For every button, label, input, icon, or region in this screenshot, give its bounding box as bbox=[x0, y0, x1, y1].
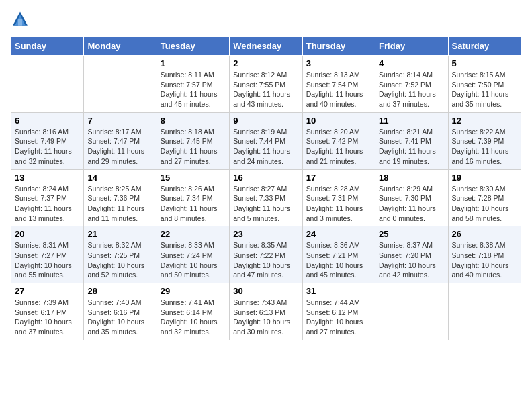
day-info: Sunrise: 7:40 AM Sunset: 6:16 PM Dayligh… bbox=[87, 298, 152, 337]
day-number: 18 bbox=[379, 173, 444, 183]
calendar-cell: 9Sunrise: 8:19 AM Sunset: 7:44 PM Daylig… bbox=[230, 112, 302, 169]
calendar-cell: 18Sunrise: 8:29 AM Sunset: 7:30 PM Dayli… bbox=[375, 169, 448, 226]
weekday-header-row: SundayMondayTuesdayWednesdayThursdayFrid… bbox=[11, 37, 521, 56]
calendar-cell: 17Sunrise: 8:28 AM Sunset: 7:31 PM Dayli… bbox=[302, 169, 375, 226]
day-info: Sunrise: 8:11 AM Sunset: 7:57 PM Dayligh… bbox=[161, 70, 226, 109]
day-number: 15 bbox=[161, 173, 226, 183]
day-info: Sunrise: 8:29 AM Sunset: 7:30 PM Dayligh… bbox=[379, 184, 444, 224]
day-info: Sunrise: 8:20 AM Sunset: 7:42 PM Dayligh… bbox=[306, 127, 371, 167]
day-number: 27 bbox=[15, 286, 80, 296]
day-info: Sunrise: 7:39 AM Sunset: 6:17 PM Dayligh… bbox=[15, 298, 80, 337]
calendar-cell: 23Sunrise: 8:35 AM Sunset: 7:22 PM Dayli… bbox=[230, 226, 302, 283]
weekday-header-wednesday: Wednesday bbox=[230, 37, 302, 56]
calendar-cell: 10Sunrise: 8:20 AM Sunset: 7:42 PM Dayli… bbox=[302, 112, 375, 169]
day-number: 6 bbox=[15, 116, 80, 126]
day-info: Sunrise: 7:44 AM Sunset: 6:12 PM Dayligh… bbox=[306, 298, 371, 337]
day-number: 9 bbox=[233, 116, 298, 126]
day-info: Sunrise: 8:12 AM Sunset: 7:55 PM Dayligh… bbox=[233, 70, 298, 109]
calendar-cell: 22Sunrise: 8:33 AM Sunset: 7:24 PM Dayli… bbox=[157, 226, 229, 283]
calendar-cell: 25Sunrise: 8:37 AM Sunset: 7:20 PM Dayli… bbox=[375, 226, 448, 283]
day-number: 13 bbox=[15, 173, 80, 183]
day-number: 12 bbox=[452, 116, 517, 126]
calendar-week-4: 20Sunrise: 8:31 AM Sunset: 7:27 PM Dayli… bbox=[11, 226, 521, 283]
calendar-cell bbox=[84, 56, 157, 113]
day-info: Sunrise: 8:33 AM Sunset: 7:24 PM Dayligh… bbox=[161, 240, 226, 280]
calendar-week-1: 1Sunrise: 8:11 AM Sunset: 7:57 PM Daylig… bbox=[11, 56, 521, 113]
calendar-cell: 3Sunrise: 8:13 AM Sunset: 7:54 PM Daylig… bbox=[302, 56, 375, 113]
day-number: 4 bbox=[379, 58, 444, 68]
calendar-cell: 7Sunrise: 8:17 AM Sunset: 7:47 PM Daylig… bbox=[84, 112, 157, 169]
day-info: Sunrise: 8:16 AM Sunset: 7:49 PM Dayligh… bbox=[15, 127, 80, 167]
day-number: 8 bbox=[161, 116, 226, 126]
day-number: 11 bbox=[379, 116, 444, 126]
day-info: Sunrise: 8:25 AM Sunset: 7:36 PM Dayligh… bbox=[87, 184, 152, 224]
calendar-cell: 31Sunrise: 7:44 AM Sunset: 6:12 PM Dayli… bbox=[302, 283, 375, 340]
day-number: 19 bbox=[452, 173, 517, 183]
logo bbox=[11, 11, 32, 30]
day-number: 5 bbox=[452, 58, 517, 68]
calendar-cell bbox=[448, 283, 521, 340]
calendar-cell: 19Sunrise: 8:30 AM Sunset: 7:28 PM Dayli… bbox=[448, 169, 521, 226]
calendar-cell: 28Sunrise: 7:40 AM Sunset: 6:16 PM Dayli… bbox=[84, 283, 157, 340]
day-number: 24 bbox=[306, 229, 371, 239]
calendar-cell: 29Sunrise: 7:41 AM Sunset: 6:14 PM Dayli… bbox=[157, 283, 229, 340]
day-info: Sunrise: 8:14 AM Sunset: 7:52 PM Dayligh… bbox=[379, 70, 444, 109]
calendar-cell: 20Sunrise: 8:31 AM Sunset: 7:27 PM Dayli… bbox=[11, 226, 84, 283]
day-info: Sunrise: 8:26 AM Sunset: 7:34 PM Dayligh… bbox=[161, 184, 226, 224]
day-info: Sunrise: 8:37 AM Sunset: 7:20 PM Dayligh… bbox=[379, 240, 444, 280]
day-info: Sunrise: 7:43 AM Sunset: 6:13 PM Dayligh… bbox=[233, 298, 298, 337]
logo-icon bbox=[11, 11, 30, 30]
day-info: Sunrise: 8:28 AM Sunset: 7:31 PM Dayligh… bbox=[306, 184, 371, 224]
weekday-header-saturday: Saturday bbox=[448, 37, 521, 56]
day-number: 3 bbox=[306, 58, 371, 68]
calendar-cell: 26Sunrise: 8:38 AM Sunset: 7:18 PM Dayli… bbox=[448, 226, 521, 283]
day-number: 14 bbox=[87, 173, 152, 183]
calendar-week-5: 27Sunrise: 7:39 AM Sunset: 6:17 PM Dayli… bbox=[11, 283, 521, 340]
calendar-cell: 24Sunrise: 8:36 AM Sunset: 7:21 PM Dayli… bbox=[302, 226, 375, 283]
weekday-header-thursday: Thursday bbox=[302, 37, 375, 56]
svg-rect-2 bbox=[18, 19, 22, 25]
calendar-cell: 6Sunrise: 8:16 AM Sunset: 7:49 PM Daylig… bbox=[11, 112, 84, 169]
weekday-header-friday: Friday bbox=[375, 37, 448, 56]
day-number: 21 bbox=[87, 229, 152, 239]
day-number: 17 bbox=[306, 173, 371, 183]
day-info: Sunrise: 8:38 AM Sunset: 7:18 PM Dayligh… bbox=[452, 240, 517, 280]
day-info: Sunrise: 8:15 AM Sunset: 7:50 PM Dayligh… bbox=[452, 70, 517, 109]
day-number: 29 bbox=[161, 286, 226, 296]
calendar-cell: 21Sunrise: 8:32 AM Sunset: 7:25 PM Dayli… bbox=[84, 226, 157, 283]
calendar-cell: 30Sunrise: 7:43 AM Sunset: 6:13 PM Dayli… bbox=[230, 283, 302, 340]
day-number: 2 bbox=[233, 58, 298, 68]
day-info: Sunrise: 8:18 AM Sunset: 7:45 PM Dayligh… bbox=[161, 127, 226, 167]
day-number: 30 bbox=[233, 286, 298, 296]
day-info: Sunrise: 8:36 AM Sunset: 7:21 PM Dayligh… bbox=[306, 240, 371, 280]
day-info: Sunrise: 8:22 AM Sunset: 7:39 PM Dayligh… bbox=[452, 127, 517, 167]
day-info: Sunrise: 8:27 AM Sunset: 7:33 PM Dayligh… bbox=[233, 184, 298, 224]
calendar-cell: 27Sunrise: 7:39 AM Sunset: 6:17 PM Dayli… bbox=[11, 283, 84, 340]
weekday-header-sunday: Sunday bbox=[11, 37, 84, 56]
page-header bbox=[11, 11, 521, 30]
day-number: 10 bbox=[306, 116, 371, 126]
day-number: 23 bbox=[233, 229, 298, 239]
day-number: 1 bbox=[161, 58, 226, 68]
day-number: 20 bbox=[15, 229, 80, 239]
calendar-cell bbox=[375, 283, 448, 340]
calendar-week-2: 6Sunrise: 8:16 AM Sunset: 7:49 PM Daylig… bbox=[11, 112, 521, 169]
day-number: 16 bbox=[233, 173, 298, 183]
calendar-cell: 14Sunrise: 8:25 AM Sunset: 7:36 PM Dayli… bbox=[84, 169, 157, 226]
calendar-cell: 4Sunrise: 8:14 AM Sunset: 7:52 PM Daylig… bbox=[375, 56, 448, 113]
weekday-header-tuesday: Tuesday bbox=[157, 37, 229, 56]
calendar-cell: 15Sunrise: 8:26 AM Sunset: 7:34 PM Dayli… bbox=[157, 169, 229, 226]
calendar-table: SundayMondayTuesdayWednesdayThursdayFrid… bbox=[11, 36, 521, 340]
day-number: 7 bbox=[87, 116, 152, 126]
day-info: Sunrise: 8:17 AM Sunset: 7:47 PM Dayligh… bbox=[87, 127, 152, 167]
calendar-week-3: 13Sunrise: 8:24 AM Sunset: 7:37 PM Dayli… bbox=[11, 169, 521, 226]
day-number: 31 bbox=[306, 286, 371, 296]
calendar-cell: 16Sunrise: 8:27 AM Sunset: 7:33 PM Dayli… bbox=[230, 169, 302, 226]
calendar-cell: 5Sunrise: 8:15 AM Sunset: 7:50 PM Daylig… bbox=[448, 56, 521, 113]
day-info: Sunrise: 8:31 AM Sunset: 7:27 PM Dayligh… bbox=[15, 240, 80, 280]
day-number: 22 bbox=[161, 229, 226, 239]
calendar-cell bbox=[11, 56, 84, 113]
calendar-cell: 2Sunrise: 8:12 AM Sunset: 7:55 PM Daylig… bbox=[230, 56, 302, 113]
day-info: Sunrise: 8:19 AM Sunset: 7:44 PM Dayligh… bbox=[233, 127, 298, 167]
weekday-header-monday: Monday bbox=[84, 37, 157, 56]
